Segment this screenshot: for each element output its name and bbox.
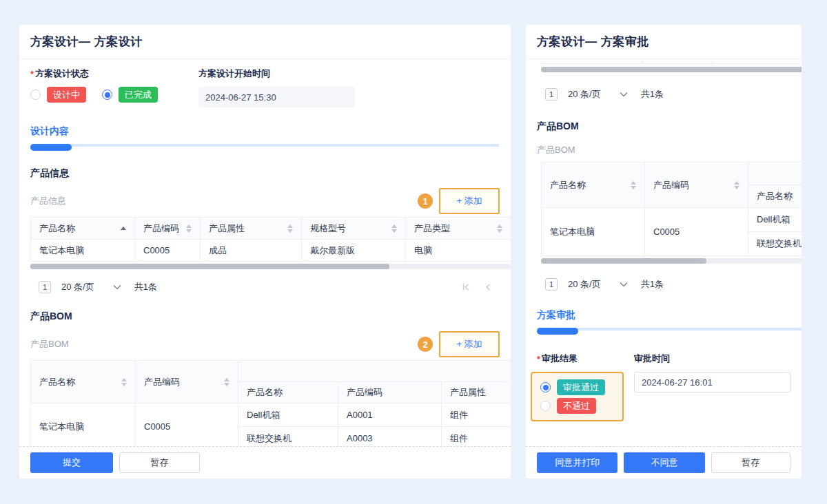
scrollbar-thumb[interactable] <box>541 258 706 264</box>
table-row: 笔记本电脑 C0005 Dell机箱 A0001 组件 <box>31 403 511 427</box>
bom-col-header-product-code[interactable]: 产品编码 <box>136 361 238 403</box>
table-row: 笔记本电脑 C0005 成品 戴尔最新版 电脑 <box>31 240 511 262</box>
chevron-down-icon[interactable] <box>620 282 628 287</box>
sort-icon <box>497 224 502 233</box>
annotation-marker-2: 2 <box>418 337 433 352</box>
sort-icon <box>224 378 229 386</box>
required-asterisk: * <box>537 354 540 364</box>
status-badge-completed[interactable]: 已完成 <box>119 87 158 103</box>
page-size-select[interactable]: 20 条/页 <box>568 278 601 291</box>
design-panel-header: 方案设计— 方案设计 <box>19 25 511 59</box>
horizontal-scrollbar[interactable] <box>541 67 802 72</box>
page-size-select[interactable]: 20 条/页 <box>61 281 94 293</box>
bom-col-header-product-name[interactable]: 产品名称 <box>31 361 136 403</box>
bom-sub-header-code: 产品编码 <box>338 382 442 403</box>
approval-panel: 方案设计— 方案审批 1 20 条/页 共1条 产品BOM 产品BOM 产品名称… <box>526 25 802 479</box>
bom-col-header-product-name[interactable]: 产品名称 <box>542 162 645 208</box>
col-header-product-attr[interactable]: 产品属性 <box>201 218 302 240</box>
sort-icon <box>287 224 293 233</box>
reject-button[interactable]: 不同意 <box>624 452 704 473</box>
add-bom-button[interactable]: + 添加 <box>439 331 500 357</box>
sort-icon <box>391 224 397 233</box>
sort-icon <box>186 224 192 233</box>
sort-asc-icon <box>121 227 126 230</box>
approval-badge-fail[interactable]: 不通过 <box>557 398 596 414</box>
tab-approval[interactable]: 方案审批 <box>537 309 790 323</box>
required-asterisk: * <box>30 69 34 79</box>
radio-checked-icon[interactable] <box>540 382 551 392</box>
product-bom-subtitle: 产品BOM <box>30 338 69 350</box>
sort-icon <box>121 378 127 386</box>
approval-annotation-box: 审批通过 不通过 <box>531 372 624 421</box>
bom-sub-header-name: 产品名称 <box>748 185 802 208</box>
col-header-spec-model[interactable]: 规格型号 <box>302 218 406 240</box>
scrollbar-thumb[interactable] <box>541 67 802 72</box>
product-info-pagination: 1 20 条/页 共1条 <box>30 280 500 294</box>
approval-panel-footer: 同意并打印 不同意 暂存 <box>526 446 802 479</box>
bom-sub-header-attr: 产品属性 <box>442 382 511 403</box>
total-count: 共1条 <box>641 88 664 101</box>
progress-pill <box>537 328 578 335</box>
save-draft-button[interactable]: 暂存 <box>119 452 200 473</box>
page-title: 方案设计— 方案审批 <box>537 34 649 50</box>
first-page-icon[interactable] <box>461 282 471 292</box>
radio-unchecked-icon[interactable] <box>540 401 551 411</box>
bom-pagination: 1 20 条/页 共1条 <box>537 277 790 291</box>
prev-page-icon[interactable] <box>483 282 493 292</box>
product-info-heading: 产品信息 <box>30 167 500 181</box>
scrollbar-thumb[interactable] <box>30 264 389 269</box>
product-bom-subtitle: 产品BOM <box>537 144 790 156</box>
current-page-box: 1 <box>545 278 558 291</box>
sort-icon <box>734 181 739 189</box>
radio-option-approved[interactable]: 审批通过 <box>540 379 614 395</box>
save-draft-button[interactable]: 暂存 <box>711 452 790 473</box>
product-bom-heading: 产品BOM <box>537 120 790 134</box>
col-header-product-type[interactable]: 产品类型 <box>406 218 511 240</box>
chevron-down-icon[interactable] <box>113 284 121 290</box>
horizontal-scrollbar[interactable] <box>541 258 802 264</box>
radio-option-rejected[interactable]: 不通过 <box>540 398 614 414</box>
clipped-table-row <box>541 59 802 64</box>
approval-time-label: 审批时间 <box>634 353 790 365</box>
horizontal-scrollbar[interactable] <box>30 264 511 269</box>
current-page-box: 1 <box>39 281 51 293</box>
design-panel: 方案设计— 方案设计 * 方案设计状态 设计中 已完成 <box>19 25 511 479</box>
approval-time-input[interactable]: 2024-06-27 16:01 <box>634 372 790 392</box>
product-bom-heading: 产品BOM <box>30 311 500 324</box>
page-size-select[interactable]: 20 条/页 <box>568 88 601 101</box>
col-header-product-code[interactable]: 产品编码 <box>135 218 201 240</box>
annotation-marker-1: 1 <box>418 193 433 209</box>
chevron-down-icon[interactable] <box>620 92 628 97</box>
add-product-button[interactable]: + 添加 <box>439 188 500 214</box>
product-info-subtitle: 产品信息 <box>30 195 66 207</box>
col-header-product-name[interactable]: 产品名称 <box>31 218 135 240</box>
total-count: 共1条 <box>134 281 157 293</box>
bom-nested-header-spacer <box>238 361 511 382</box>
total-count: 共1条 <box>641 278 664 291</box>
radio-unchecked-icon[interactable] <box>30 90 41 100</box>
design-status-label: * 方案设计状态 <box>30 67 198 80</box>
current-page-box: 1 <box>545 88 558 101</box>
submit-button[interactable]: 提交 <box>30 452 113 473</box>
approval-panel-header: 方案设计— 方案审批 <box>526 25 802 59</box>
radio-option-designing[interactable]: 设计中 <box>30 87 86 103</box>
approval-panel-body: 1 20 条/页 共1条 产品BOM 产品BOM 产品名称 产品编码 <box>526 59 802 446</box>
table-row: 笔记本电脑 C0005 Dell机箱 <box>542 208 802 232</box>
start-time-label: 方案设计开始时间 <box>198 67 355 80</box>
radio-checked-icon[interactable] <box>102 90 112 100</box>
bom-col-header-product-code[interactable]: 产品编码 <box>645 162 748 208</box>
design-panel-footer: 提交 暂存 <box>19 446 511 479</box>
tab-progress-bar <box>537 328 790 335</box>
approval-result-label: * 审批结果 <box>537 353 634 365</box>
top-pagination: 1 20 条/页 共1条 <box>537 87 790 101</box>
start-time-input[interactable]: 2024-06-27 15:30 <box>198 87 355 107</box>
approve-print-button[interactable]: 同意并打印 <box>537 452 617 473</box>
tab-design-content[interactable]: 设计内容 <box>30 125 500 139</box>
bom-sub-header-name: 产品名称 <box>238 382 338 403</box>
radio-option-completed[interactable]: 已完成 <box>102 87 158 103</box>
approval-badge-pass[interactable]: 审批通过 <box>557 379 605 395</box>
product-bom-table: 产品名称 产品编码 产品名称 笔记本电脑 C0005 Dell机箱 联想交换机 <box>541 162 802 256</box>
bom-nested-header-spacer <box>748 162 802 185</box>
status-badge-designing[interactable]: 设计中 <box>47 87 86 103</box>
page-title: 方案设计— 方案设计 <box>30 34 143 50</box>
